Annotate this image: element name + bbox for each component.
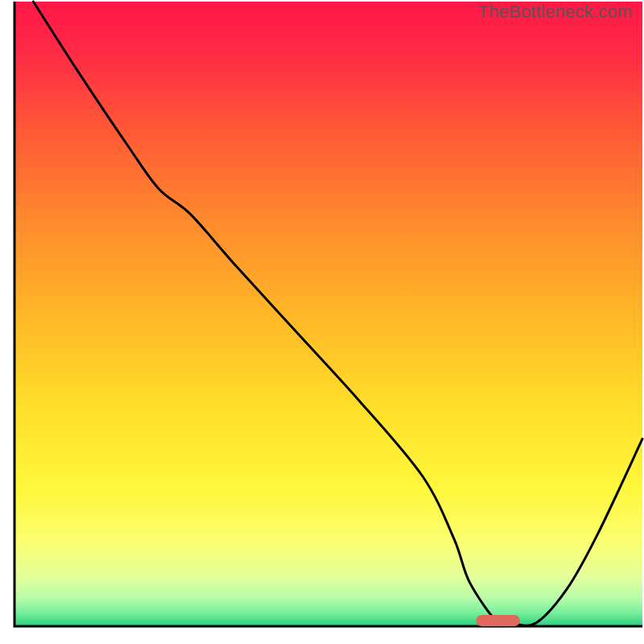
plot-background xyxy=(14,2,642,626)
chart-container: { "watermark": "TheBottleneck.com", "cha… xyxy=(0,0,644,644)
watermark-text: TheBottleneck.com xyxy=(478,2,633,23)
optimum-marker xyxy=(476,615,520,626)
bottleneck-chart xyxy=(0,0,644,644)
